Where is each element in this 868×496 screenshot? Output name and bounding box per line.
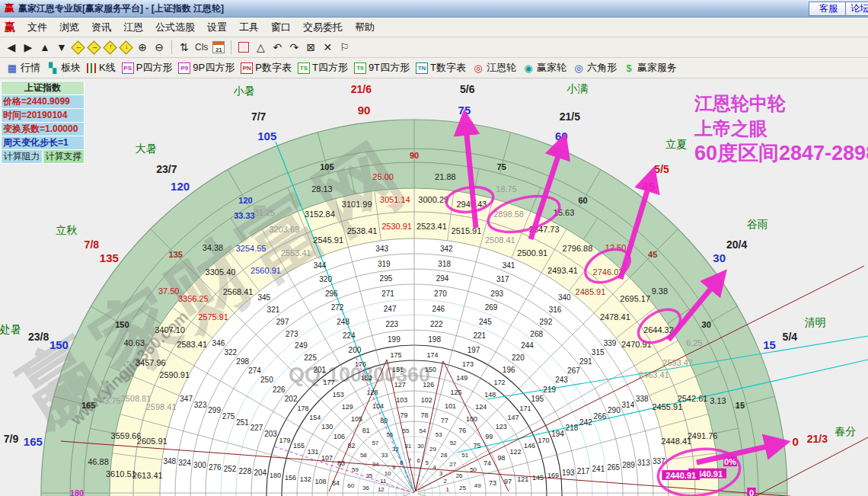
wheel-label: 34.38 xyxy=(203,243,224,252)
kline-button[interactable]: K线 xyxy=(87,61,116,75)
separator xyxy=(231,40,231,54)
gann-wheel-button[interactable]: ◎江恩轮 xyxy=(472,61,516,75)
zoom-in-icon[interactable]: ⊕ xyxy=(135,40,150,55)
wheel-label: 33 xyxy=(381,452,388,459)
menu-logo-icon: 赢 xyxy=(5,21,15,34)
wheel-label: 2583.41 xyxy=(177,340,207,349)
wheel-label: 103 xyxy=(396,396,407,404)
wheel-label: 53 xyxy=(436,431,442,438)
wheel-label: 76 xyxy=(458,427,466,434)
p-table-button[interactable]: PNP数字表 xyxy=(241,61,292,75)
wheel-label: 150 xyxy=(49,338,69,351)
diamond-left-icon[interactable]: ← xyxy=(71,40,85,54)
collapse-icon[interactable]: ✕ xyxy=(320,40,335,55)
wheel-label: 43.75 xyxy=(100,396,121,405)
square-tool-icon[interactable] xyxy=(236,40,251,55)
wheel-label: 171 xyxy=(519,405,531,412)
wheel-label: 28.13 xyxy=(311,184,333,194)
wheel-label: 120 xyxy=(238,196,252,205)
customer-service-button[interactable]: 客服 xyxy=(809,2,848,16)
cls-button[interactable]: Cls xyxy=(193,42,210,53)
wheel-label: 265 xyxy=(607,463,620,472)
calendar-icon[interactable]: 21 xyxy=(212,41,225,53)
rotate-cw-icon[interactable]: ↷ xyxy=(286,40,302,55)
winner-service-button[interactable]: $赢家服务 xyxy=(623,61,677,75)
wheel-label: 5/4 xyxy=(783,331,798,343)
hexagon-button[interactable]: ◎六角形 xyxy=(573,61,617,75)
wheel-label: 104 xyxy=(372,402,384,410)
menu-item-文件[interactable]: 文件 xyxy=(21,20,53,34)
menu-item-江恩[interactable]: 江恩 xyxy=(117,20,149,34)
wheel-label: 30 xyxy=(417,443,424,450)
menu-item-公式选股[interactable]: 公式选股 xyxy=(149,20,201,34)
wheel-label: 127 xyxy=(394,381,406,389)
wheel-label: 165 xyxy=(81,401,95,410)
zoom-out-icon[interactable]: ⊖ xyxy=(152,40,167,55)
menu-item-资讯[interactable]: 资讯 xyxy=(85,20,117,34)
wheel-label: 291 xyxy=(579,357,592,366)
wheel-label: 150 xyxy=(115,320,129,329)
wheel-label: 129 xyxy=(342,403,353,411)
wheel-label: 3.13 xyxy=(710,396,726,405)
wheel-label: 21/5 xyxy=(560,110,580,123)
wheel-label: 79 xyxy=(400,411,407,419)
9p-square-button[interactable]: P99P四方形 xyxy=(178,61,235,75)
wheel-label: 29 xyxy=(429,446,436,453)
partial-right-button[interactable]: 论坛 xyxy=(845,2,868,16)
wheel-label: 26 xyxy=(456,472,463,479)
wheel-label: 3407.10 xyxy=(155,325,185,334)
wheel-label: 77 xyxy=(441,417,448,424)
menu-item-帮助[interactable]: 帮助 xyxy=(349,20,381,34)
wheel-label: 3457.96 xyxy=(136,358,166,367)
updown-icon[interactable]: ⇅ xyxy=(177,40,192,55)
wheel-label: 319 xyxy=(378,260,391,268)
wheel-label: 34 xyxy=(372,461,379,468)
wheel-label: 226 xyxy=(273,386,286,394)
back-icon[interactable]: ◀ xyxy=(4,40,19,55)
p9-icon: P9 xyxy=(178,62,190,74)
up-icon[interactable]: ▲ xyxy=(37,40,53,55)
diamond-right-icon[interactable]: → xyxy=(87,40,101,54)
wheel-label: 23/8 xyxy=(28,331,49,343)
wheel-label: 74 xyxy=(483,459,491,467)
box-x-icon[interactable]: ⊠ xyxy=(303,40,318,55)
triangle-tool-icon[interactable]: △ xyxy=(253,40,268,55)
menu-item-窗口[interactable]: 窗口 xyxy=(265,20,297,34)
9t-square-button[interactable]: T99T四方形 xyxy=(354,61,410,75)
diamond-up-icon[interactable]: ↑ xyxy=(103,40,116,54)
t-square-button[interactable]: TST四方形 xyxy=(298,61,348,75)
wheel-label: 处暑 xyxy=(0,323,21,335)
menu-item-工具[interactable]: 工具 xyxy=(233,20,265,34)
gann-wheel-button-label: 江恩轮 xyxy=(487,61,516,75)
wheel-label: 30 xyxy=(702,320,711,329)
menu-item-浏览[interactable]: 浏览 xyxy=(53,20,85,34)
quotes-button[interactable]: ▦行情 xyxy=(6,61,40,75)
flag-icon[interactable]: ⚐ xyxy=(337,40,352,55)
p-square-button[interactable]: PSP四方形 xyxy=(122,61,173,75)
wheel-label: 123 xyxy=(496,423,507,430)
wheel-label: 131 xyxy=(307,448,318,456)
menu-item-交易委托[interactable]: 交易委托 xyxy=(297,20,349,34)
wheel-label: 338 xyxy=(636,395,649,403)
forward-icon[interactable]: ▶ xyxy=(21,40,36,55)
calc-resistance-button[interactable]: 计算阻力 xyxy=(1,150,43,164)
diamond-down-icon[interactable]: ↓ xyxy=(119,40,132,54)
blocks-button[interactable]: ▚板块 xyxy=(46,61,81,75)
wheel-label: 2644.32 xyxy=(643,325,674,334)
wheel-label: 49 xyxy=(474,482,481,489)
calc-support-button[interactable]: 计算支撑 xyxy=(43,150,85,164)
wheel-label: 224 xyxy=(343,331,356,340)
wheel-label: 223 xyxy=(385,320,398,328)
wheel-label: 341 xyxy=(503,261,515,270)
rotate-ccw-icon[interactable]: ↶ xyxy=(270,40,285,55)
down-icon[interactable]: ▼ xyxy=(54,40,69,55)
wheel-label: 立夏 xyxy=(665,138,687,150)
gann-wheel-chart-area[interactable]: 赢家财富网www.yingjia360.comQQ:10080036001530… xyxy=(0,78,868,496)
wheel-label: 317 xyxy=(496,275,509,283)
blocks-icon: ▚ xyxy=(46,62,59,74)
wheel-label: 298 xyxy=(236,357,249,366)
menu-item-设置[interactable]: 设置 xyxy=(201,20,233,34)
wheel-label: 2440.91 xyxy=(665,471,696,480)
winner-wheel-button[interactable]: ◉赢家轮 xyxy=(522,61,566,75)
t-table-button[interactable]: TNT数字表 xyxy=(416,61,466,75)
